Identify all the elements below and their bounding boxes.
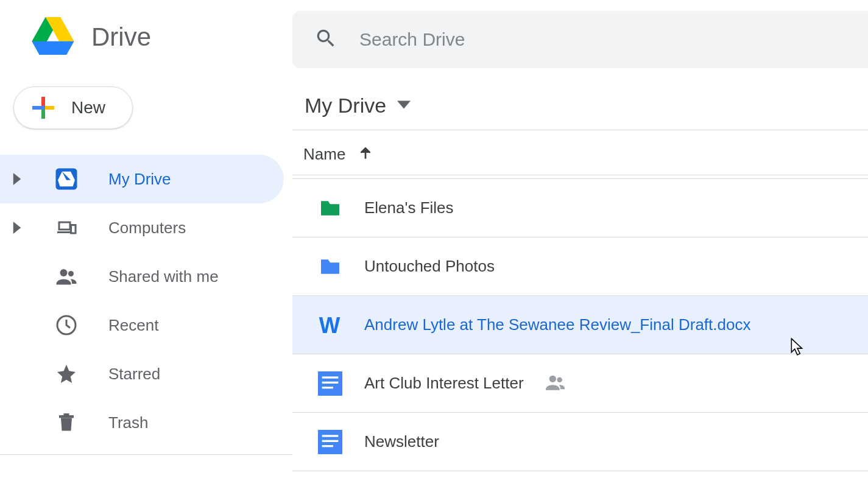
app-name: Drive [91,23,151,52]
svg-point-17 [557,377,562,382]
file-row[interactable]: W Andrew Lytle at The Sewanee Review_Fin… [292,296,868,354]
computers-icon [54,215,79,240]
svg-point-9 [68,271,74,276]
clock-icon [54,312,79,338]
svg-rect-13 [322,376,339,378]
nav-label: Shared with me [108,267,219,286]
nav-label: Recent [108,316,158,335]
file-row[interactable]: Art Club Interest Letter [292,354,868,413]
svg-rect-3 [45,106,54,110]
trash-icon [54,410,79,435]
list-header[interactable]: Name [292,130,868,175]
svg-rect-7 [57,231,70,233]
nav-item-recent[interactable]: Recent [0,301,284,349]
svg-rect-0 [41,97,45,106]
svg-rect-6 [71,225,76,234]
file-row[interactable]: Elena's Files [292,179,868,237]
svg-rect-15 [322,387,333,388]
nav: My Drive Computers Shared with me [0,155,292,447]
breadcrumb[interactable]: My Drive [292,68,868,130]
file-list: Elena's Files Untouched Photos W Andrew … [292,179,868,471]
search-bar[interactable] [292,11,868,68]
main-area: My Drive Name Elena's Files Untouched Ph… [292,0,868,495]
nav-item-starred[interactable]: Starred [0,349,284,398]
file-row[interactable]: Newsletter [292,413,868,471]
breadcrumb-label: My Drive [305,94,386,118]
svg-point-16 [549,375,556,382]
nav-item-trash[interactable]: Trash [0,398,284,447]
file-name: Newsletter [364,432,439,451]
file-name: Elena's Files [364,198,454,217]
file-name: Art Club Interest Letter [364,374,524,393]
svg-rect-19 [322,435,339,437]
svg-rect-21 [322,445,333,447]
nav-label: Trash [108,413,149,432]
plus-icon [32,97,54,119]
svg-rect-2 [32,106,41,110]
column-name: Name [303,145,345,164]
svg-rect-14 [322,381,339,383]
svg-rect-4 [41,106,45,110]
new-button[interactable]: New [13,86,133,129]
chevron-right-icon [10,222,24,234]
folder-icon [318,255,342,279]
folder-icon [318,196,342,220]
nav-item-my-drive[interactable]: My Drive [0,155,284,203]
logo-area: Drive [0,0,292,57]
nav-item-shared[interactable]: Shared with me [0,252,284,301]
people-icon [54,264,79,289]
nav-label: Starred [108,365,160,384]
gdoc-icon [318,371,342,396]
word-icon: W [318,313,342,337]
divider [0,454,292,455]
drive-icon [54,166,79,192]
nav-label: My Drive [108,170,171,189]
file-name: Andrew Lytle at The Sewanee Review_Final… [364,315,750,334]
new-button-label: New [71,98,105,118]
chevron-down-icon [397,98,411,114]
gdoc-icon [318,430,342,454]
file-row[interactable]: Untouched Photos [292,237,868,296]
svg-point-8 [60,269,68,276]
arrow-up-icon [358,146,373,164]
svg-text:W: W [319,313,340,337]
nav-item-computers[interactable]: Computers [0,203,284,252]
shared-indicator-icon [546,374,566,393]
svg-rect-1 [41,110,45,119]
cursor-icon [790,338,805,356]
search-input[interactable] [359,29,868,50]
star-icon [54,361,79,387]
chevron-right-icon [10,173,24,185]
drive-logo-icon [32,17,74,57]
nav-label: Computers [108,219,186,237]
sidebar: Drive New My [0,0,292,495]
search-icon [314,27,337,52]
svg-rect-20 [322,440,339,441]
file-name: Untouched Photos [364,257,495,276]
